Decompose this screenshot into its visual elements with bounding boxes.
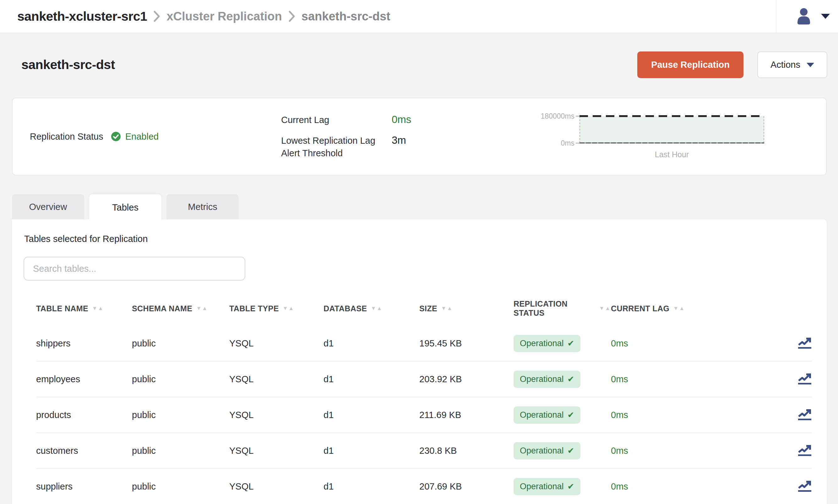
replication-status-card: Replication Status Enabled Current Lag 0… [12, 97, 827, 176]
sort-icon: ▼▲ [196, 305, 208, 312]
tab-bar: Overview Tables Metrics [12, 194, 838, 219]
cell-size: 203.92 KB [419, 374, 513, 384]
chevron-right-icon [153, 10, 160, 22]
sort-icon: ▼▲ [371, 305, 383, 312]
cell-current-lag: 0ms [611, 410, 784, 420]
cell-database: d1 [324, 410, 419, 420]
column-header-current-lag[interactable]: CURRENT LAG ▼▲ [611, 304, 784, 313]
row-lag-graph-button[interactable] [784, 337, 812, 350]
chevron-down-icon [807, 63, 814, 67]
cell-current-lag: 0ms [611, 446, 784, 456]
cell-database: d1 [324, 374, 419, 384]
row-lag-graph-button[interactable] [784, 408, 812, 421]
chart-lag-line [579, 143, 764, 143]
cell-table-name: products [36, 410, 132, 420]
replication-status-label: Replication Status [30, 131, 103, 142]
cell-current-lag: 0ms [611, 374, 784, 384]
line-chart-icon [798, 337, 812, 350]
line-chart-icon [798, 444, 812, 457]
nav-divider [776, 0, 776, 33]
column-header-table-type[interactable]: TABLE TYPE ▼▲ [229, 304, 324, 313]
cell-size: 207.69 KB [419, 481, 513, 492]
row-lag-graph-button[interactable] [784, 444, 812, 457]
check-icon: ✔ [568, 410, 575, 420]
sort-icon: ▼▲ [599, 305, 611, 312]
cell-current-lag: 0ms [611, 338, 784, 349]
lag-mini-chart: 180000ms 0ms Last Hour [529, 116, 764, 159]
current-lag-value: 0ms [392, 114, 411, 126]
user-icon [795, 6, 813, 26]
status-badge: Operational✔ [513, 407, 580, 424]
chart-ymax-label: 180000ms [541, 112, 575, 120]
sort-icon: ▼▲ [673, 305, 685, 312]
table-row: shippers public YSQL d1 195.45 KB Operat… [36, 326, 812, 361]
cell-schema-name: public [132, 410, 229, 420]
check-icon: ✔ [568, 374, 575, 384]
row-lag-graph-button[interactable] [784, 480, 812, 493]
check-icon: ✔ [568, 339, 575, 348]
user-menu[interactable] [795, 6, 838, 26]
current-lag-label: Current Lag [281, 114, 392, 126]
tab-overview[interactable]: Overview [12, 194, 84, 219]
tab-metrics[interactable]: Metrics [167, 194, 239, 219]
tables-panel: Tables selected for Replication TABLE NA… [12, 219, 827, 504]
breadcrumb-section[interactable]: xCluster Replication [167, 10, 282, 23]
check-icon: ✔ [568, 446, 575, 456]
chart-plot-area [579, 116, 764, 143]
replication-tables-table: TABLE NAME ▼▲ SCHEMA NAME ▼▲ TABLE TYPE … [36, 294, 812, 504]
table-row: products public YSQL d1 211.69 KB Operat… [36, 397, 812, 433]
chart-xaxis-label: Last Hour [579, 150, 764, 159]
cell-database: d1 [324, 446, 419, 456]
cell-table-type: YSQL [229, 374, 324, 384]
lag-threshold-value: 3m [392, 134, 406, 146]
cell-schema-name: public [132, 338, 229, 349]
cell-table-type: YSQL [229, 338, 324, 349]
breadcrumb-current: sanketh-src-dst [301, 10, 390, 23]
cell-database: d1 [324, 481, 419, 492]
cell-size: 211.69 KB [419, 410, 513, 420]
table-row: employees public YSQL d1 203.92 KB Opera… [36, 361, 812, 397]
column-header-database[interactable]: DATABASE ▼▲ [324, 304, 419, 313]
actions-button-label: Actions [770, 60, 800, 70]
cell-schema-name: public [132, 374, 229, 384]
line-chart-icon [798, 373, 812, 386]
table-row: customers public YSQL d1 230.8 KB Operat… [36, 433, 812, 469]
chart-ymin-label: 0ms [561, 139, 575, 147]
cell-table-name: employees [36, 374, 132, 384]
cell-size: 195.45 KB [419, 338, 513, 349]
section-heading: Tables selected for Replication [24, 234, 815, 244]
sort-icon: ▼▲ [441, 305, 453, 312]
top-navbar: sanketh-xcluster-src1 xCluster Replicati… [0, 0, 838, 33]
search-input[interactable] [23, 257, 245, 281]
line-chart-icon [798, 480, 812, 493]
status-badge: Operational✔ [513, 335, 580, 352]
chevron-down-icon [821, 14, 830, 19]
cell-table-name: customers [36, 446, 132, 456]
cell-current-lag: 0ms [611, 481, 784, 492]
actions-button[interactable]: Actions [757, 52, 827, 78]
breadcrumb: sanketh-xcluster-src1 xCluster Replicati… [17, 9, 390, 24]
status-badge: Operational✔ [513, 442, 580, 460]
chart-tick [576, 143, 579, 143]
cell-size: 230.8 KB [419, 446, 513, 456]
column-header-replication-status[interactable]: REPLICATION STATUS ▼▲ [513, 300, 611, 318]
cell-database: d1 [324, 338, 419, 349]
cell-schema-name: public [132, 446, 229, 456]
chevron-right-icon [288, 10, 295, 22]
sort-icon: ▼▲ [92, 305, 104, 312]
chart-tick [576, 116, 579, 116]
check-circle-icon [111, 131, 121, 142]
breadcrumb-universe[interactable]: sanketh-xcluster-src1 [17, 9, 147, 24]
column-header-table-name[interactable]: TABLE NAME ▼▲ [36, 304, 132, 313]
lag-threshold-label: Lowest Replication Lag Alert Threshold [281, 134, 392, 159]
column-header-schema-name[interactable]: SCHEMA NAME ▼▲ [132, 304, 229, 313]
sort-icon: ▼▲ [283, 305, 295, 312]
row-lag-graph-button[interactable] [784, 373, 812, 386]
cell-table-name: suppliers [36, 481, 132, 492]
tab-tables[interactable]: Tables [89, 194, 161, 221]
cell-schema-name: public [132, 481, 229, 492]
pause-replication-button[interactable]: Pause Replication [637, 52, 744, 78]
page-title: sanketh-src-dst [21, 57, 115, 72]
column-header-size[interactable]: SIZE ▼▲ [419, 304, 513, 313]
cell-table-type: YSQL [229, 410, 324, 420]
